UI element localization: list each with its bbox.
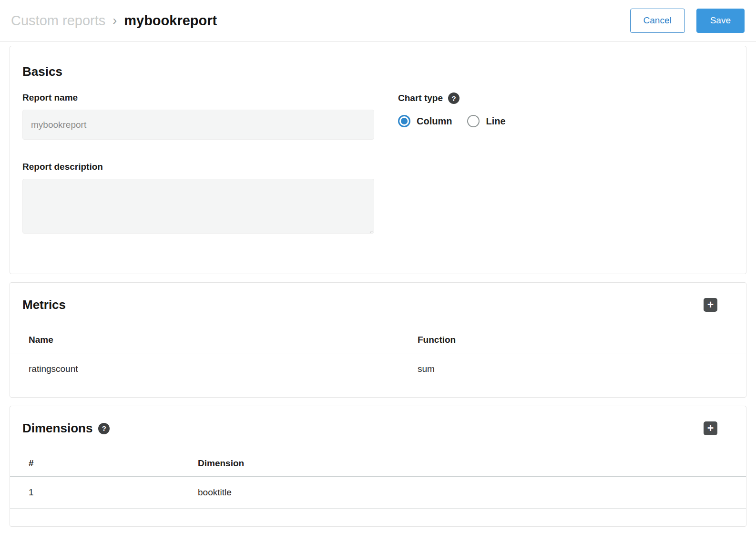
metrics-table-header: Name Function [10, 327, 746, 353]
dimension-index-cell: 1 [29, 487, 198, 498]
radio-unselected-icon [467, 115, 480, 127]
main-content: Basics Report name Report description Ch… [0, 42, 756, 527]
chart-type-help-icon[interactable]: ? [448, 92, 460, 104]
dimensions-index-column-header: # [29, 458, 198, 469]
breadcrumb-custom-reports[interactable]: Custom reports [11, 13, 105, 29]
breadcrumb-current-report: mybookreport [124, 13, 217, 29]
dimensions-card-header: Dimensions ? + [10, 406, 746, 451]
dimensions-title-group: Dimensions ? [22, 420, 110, 436]
header-actions: Cancel Save [630, 9, 745, 33]
page-header: Custom reports › mybookreport Cancel Sav… [0, 0, 756, 42]
metrics-card-header: Metrics + [10, 283, 746, 327]
breadcrumb: Custom reports › mybookreport [11, 13, 217, 29]
dimensions-table-header: # Dimension [10, 451, 746, 477]
save-button[interactable]: Save [696, 9, 745, 33]
basics-card: Basics Report name Report description Ch… [10, 46, 746, 274]
metric-name-cell: ratingscount [29, 364, 418, 374]
chart-type-label: Chart type [398, 93, 443, 103]
report-name-input[interactable] [22, 110, 374, 140]
report-description-label: Report description [22, 162, 374, 172]
add-metric-button[interactable]: + [704, 298, 717, 312]
add-dimension-button[interactable]: + [704, 421, 717, 435]
cancel-button[interactable]: Cancel [630, 9, 685, 33]
chart-type-line-label: Line [486, 116, 505, 127]
dimensions-table-row[interactable]: 1 booktitle [10, 477, 746, 509]
basics-right-column: Chart type ? Column Line [398, 92, 734, 236]
chart-type-column-radio[interactable]: Column [398, 115, 452, 127]
basics-grid: Report name Report description Chart typ… [22, 92, 734, 236]
radio-selected-icon [398, 115, 410, 127]
dimensions-dimension-column-header: Dimension [198, 458, 734, 469]
report-name-label: Report name [22, 92, 374, 103]
dimensions-card: Dimensions ? + # Dimension 1 booktitle [10, 406, 746, 527]
dimensions-help-icon[interactable]: ? [98, 423, 110, 434]
chart-type-column-label: Column [417, 116, 452, 127]
report-description-input[interactable] [22, 179, 374, 234]
metrics-function-column-header: Function [418, 335, 734, 345]
basics-title: Basics [22, 64, 734, 80]
metrics-table-row[interactable]: ratingscount sum [10, 353, 746, 385]
metrics-title: Metrics [22, 297, 66, 313]
metrics-title-group: Metrics [22, 297, 66, 313]
chart-type-header: Chart type ? [398, 92, 734, 104]
dimension-name-cell: booktitle [198, 487, 734, 498]
dimensions-title: Dimensions [22, 420, 92, 436]
chart-type-line-radio[interactable]: Line [467, 115, 505, 127]
metric-function-cell: sum [418, 364, 734, 374]
chevron-right-icon: › [112, 14, 117, 27]
basics-left-column: Report name Report description [22, 92, 374, 236]
chart-type-options: Column Line [398, 115, 734, 127]
metrics-name-column-header: Name [29, 335, 418, 345]
metrics-card: Metrics + Name Function ratingscount sum [10, 282, 746, 398]
